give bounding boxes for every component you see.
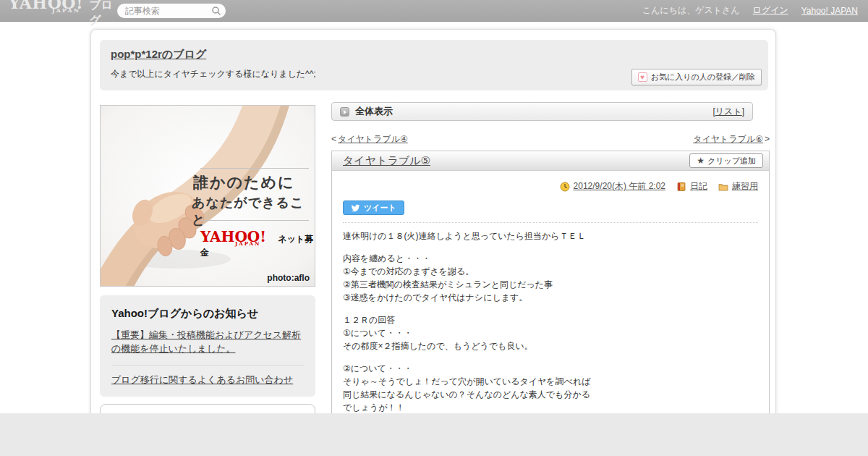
yahoo-japan-link[interactable]: Yahoo! JAPAN	[801, 6, 858, 16]
search-icon[interactable]	[211, 6, 221, 16]
article-text-line: その都度×２指摘したので、もうどうでも良い。	[343, 339, 758, 352]
article-text-line	[343, 352, 758, 362]
clock-icon	[560, 182, 570, 192]
article-text-line: でしょうが！！	[343, 401, 758, 414]
sidebar: 誰かのために あなたができること YAHOO! JAPAN ネット募金 phot…	[100, 105, 315, 455]
banner-logo-japan: JAPAN	[235, 240, 260, 247]
prev-arrow: <	[331, 134, 336, 144]
tweet-button-label: ツイート	[364, 203, 396, 214]
favorite-button-label: お気に入りの人の登録／削除	[651, 72, 755, 83]
banner-copy-line2: あなたができること	[192, 194, 315, 229]
notice-link-migration-faq[interactable]: ブログ移行に関するよくあるお問い合わせ	[111, 373, 304, 387]
next-entry: タイヤトラブル⑥>	[692, 133, 770, 144]
tweet-button[interactable]: ツイート	[343, 200, 404, 215]
article-text-line: そりゃ～そうでしょ！だって穴が開いているタイヤを調べれば	[343, 375, 758, 388]
book-icon	[676, 182, 686, 192]
article-title-bar: タイヤトラブル⑤ ★ クリップ追加	[332, 151, 769, 171]
article-category-link[interactable]: 日記	[690, 180, 707, 193]
viewport-fold	[0, 413, 868, 456]
article-text-line: ①について・・・	[343, 326, 758, 339]
login-link[interactable]: ログイン	[753, 4, 788, 17]
blog-header: pop*p*12rのブログ 今まで以上にタイヤチェックする様になりました^^; …	[100, 40, 768, 90]
article-text-line	[343, 242, 758, 252]
next-arrow: >	[765, 134, 770, 144]
next-entry-link[interactable]: タイヤトラブル⑥	[693, 134, 763, 144]
logo-blog-text: ブログ	[89, 0, 117, 28]
article-box: タイヤトラブル⑤ ★ クリップ追加 2012/9/20(木) 午前	[331, 151, 770, 436]
clip-button-label: クリップ追加	[707, 156, 756, 166]
view-mode-bar: 全体表示 [リスト]	[331, 102, 753, 121]
meta-date: 2012/9/20(木) 午前 2:02	[560, 180, 665, 193]
article-text-line: 同じ結果になるんじゃないの？そんなのどんな素人でも分かる	[343, 388, 758, 401]
dotted-divider	[343, 222, 758, 223]
article-text-line: １２Ｒの回答	[343, 313, 758, 326]
article-date-link[interactable]: 2012/9/20(木) 午前 2:02	[574, 180, 665, 193]
share-row: ツイート	[343, 200, 758, 216]
main-column: 全体表示 [リスト] <タイヤトラブル④ タイヤトラブル⑥> タイヤトラブル⑤ …	[331, 102, 770, 436]
blog-title-link[interactable]: pop*p*12rのブログ	[111, 48, 206, 62]
header-user-area: こんにちは、ゲストさん ログイン Yahoo! JAPAN	[642, 4, 859, 17]
article-search-box	[117, 4, 226, 18]
meta-folder: 練習用	[718, 180, 758, 193]
entry-pager: <タイヤトラブル④ タイヤトラブル⑥>	[331, 133, 770, 144]
page-icon	[340, 107, 349, 117]
view-mode-label: 全体表示	[355, 105, 393, 118]
article-folder-link[interactable]: 練習用	[732, 180, 758, 193]
content-card: pop*p*12rのブログ 今まで以上にタイヤチェックする様になりました^^; …	[90, 29, 776, 456]
article-text-line: ①今までの対応のまずさを謝る。	[343, 265, 758, 278]
twitter-bird-icon	[351, 203, 360, 213]
heart-icon: ♥	[638, 72, 647, 82]
article-text-line: ②について・・・	[343, 362, 758, 375]
prev-entry: <タイヤトラブル④	[331, 133, 409, 144]
article-meta-row: 2012/9/20(木) 午前 2:02 日記	[343, 180, 758, 193]
article-title-link[interactable]: タイヤトラブル⑤	[343, 154, 430, 168]
meta-category: 日記	[676, 180, 707, 193]
article-text-line	[343, 304, 758, 313]
article-text: 連休明けの１８(火)連絡しようと思っていたら担当からＴＥＬ内容を纏めると・・・①…	[343, 229, 758, 436]
top-header-bar: YAHOO! JAPAN ブログ こんにちは、ゲストさん ログイン Yahoo!…	[0, 0, 868, 22]
blog-notice-module: Yahoo!ブログからのお知らせ 【重要】編集・投稿機能およびアクセス解析の機能…	[100, 295, 315, 397]
clip-add-button[interactable]: ★ クリップ追加	[689, 153, 763, 168]
prev-entry-link[interactable]: タイヤトラブル④	[338, 134, 408, 144]
donation-banner[interactable]: 誰かのために あなたができること YAHOO! JAPAN ネット募金 phot…	[100, 105, 315, 287]
favorite-registration-button[interactable]: ♥ お気に入りの人の登録／削除	[631, 69, 762, 85]
article-text-line: ②第三者機関の検査結果がミシュランと同じだった事	[343, 278, 758, 291]
list-view-link[interactable]: リスト	[715, 106, 742, 117]
net-bokin-logo: YAHOO! JAPAN ネット募金	[200, 228, 315, 259]
page: YAHOO! JAPAN ブログ こんにちは、ゲストさん ログイン Yahoo!…	[0, 0, 868, 456]
photo-credit: photo:aflo	[267, 273, 310, 283]
greeting-text: こんにちは、ゲストさん	[642, 4, 740, 17]
banner-copy-line1: 誰かのために	[193, 172, 294, 193]
article-body: 2012/9/20(木) 午前 2:02 日記	[332, 171, 769, 436]
banner-divider-top	[200, 168, 309, 169]
article-text-line: 連休明けの１８(火)連絡しようと思っていたら担当からＴＥＬ	[343, 229, 758, 242]
folder-icon	[718, 182, 728, 191]
article-text-line: ③迷惑をかけたのでタイヤ代はナシにします。	[343, 291, 758, 304]
list-link-wrap: [リスト]	[712, 106, 744, 118]
article-text-line: 内容を纏めると・・・	[343, 252, 758, 265]
banner-divider-bottom	[200, 220, 309, 221]
yahoo-blog-logo[interactable]: YAHOO! JAPAN ブログ	[9, 0, 117, 28]
notice-heading: Yahoo!ブログからのお知らせ	[111, 307, 304, 321]
search-input[interactable]	[117, 4, 226, 18]
star-icon: ★	[697, 156, 705, 165]
bracket-close: ]	[742, 106, 744, 117]
notice-link-service-stop[interactable]: 【重要】編集・投稿機能およびアクセス解析の機能を停止いたしました。	[111, 329, 304, 366]
logo-japan-text: JAPAN	[52, 7, 80, 14]
